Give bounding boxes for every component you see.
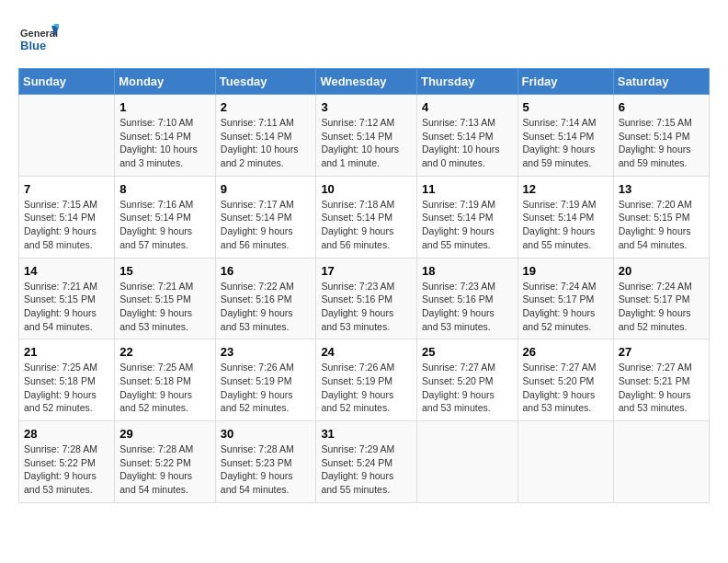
calendar-table: SundayMondayTuesdayWednesdayThursdayFrid… [18, 68, 710, 503]
day-number: 14 [24, 264, 109, 278]
day-info: Sunrise: 7:13 AM Sunset: 5:14 PM Dayligh… [422, 116, 513, 170]
day-number: 30 [221, 427, 312, 441]
day-number: 26 [523, 345, 609, 359]
calendar-cell: 27Sunrise: 7:27 AM Sunset: 5:21 PM Dayli… [613, 339, 709, 421]
calendar-cell: 22Sunrise: 7:25 AM Sunset: 5:18 PM Dayli… [115, 339, 216, 421]
svg-text:General: General [20, 28, 58, 39]
day-number: 24 [321, 345, 412, 359]
calendar-cell: 20Sunrise: 7:24 AM Sunset: 5:17 PM Dayli… [613, 258, 709, 339]
calendar-header-row: SundayMondayTuesdayWednesdayThursdayFrid… [19, 69, 710, 95]
column-header-monday: Monday [115, 69, 216, 95]
day-info: Sunrise: 7:16 AM Sunset: 5:14 PM Dayligh… [119, 198, 210, 252]
calendar-week-row: 1Sunrise: 7:10 AM Sunset: 5:14 PM Daylig… [19, 95, 710, 177]
calendar-week-row: 7Sunrise: 7:15 AM Sunset: 5:14 PM Daylig… [19, 176, 710, 258]
calendar-cell: 4Sunrise: 7:13 AM Sunset: 5:14 PM Daylig… [416, 95, 518, 177]
day-number: 19 [523, 264, 609, 278]
calendar-cell: 14Sunrise: 7:21 AM Sunset: 5:15 PM Dayli… [19, 258, 115, 339]
day-info: Sunrise: 7:18 AM Sunset: 5:14 PM Dayligh… [321, 198, 412, 252]
column-header-saturday: Saturday [613, 69, 709, 95]
day-info: Sunrise: 7:26 AM Sunset: 5:19 PM Dayligh… [221, 361, 312, 415]
day-number: 6 [619, 100, 704, 114]
calendar-cell [19, 95, 115, 177]
column-header-tuesday: Tuesday [215, 69, 316, 95]
day-info: Sunrise: 7:19 AM Sunset: 5:14 PM Dayligh… [523, 198, 609, 252]
calendar-cell: 25Sunrise: 7:27 AM Sunset: 5:20 PM Dayli… [416, 339, 518, 421]
calendar-cell: 13Sunrise: 7:20 AM Sunset: 5:15 PM Dayli… [613, 176, 709, 258]
calendar-cell: 7Sunrise: 7:15 AM Sunset: 5:14 PM Daylig… [19, 176, 115, 258]
day-info: Sunrise: 7:15 AM Sunset: 5:14 PM Dayligh… [24, 198, 109, 252]
calendar-cell: 11Sunrise: 7:19 AM Sunset: 5:14 PM Dayli… [416, 176, 518, 258]
day-number: 18 [422, 264, 513, 278]
column-header-sunday: Sunday [19, 69, 115, 95]
day-info: Sunrise: 7:28 AM Sunset: 5:22 PM Dayligh… [24, 442, 109, 497]
calendar-body: 1Sunrise: 7:10 AM Sunset: 5:14 PM Daylig… [19, 95, 710, 503]
day-info: Sunrise: 7:25 AM Sunset: 5:18 PM Dayligh… [24, 361, 109, 415]
header: General Blue [18, 18, 710, 59]
calendar-cell [613, 421, 709, 503]
day-info: Sunrise: 7:23 AM Sunset: 5:16 PM Dayligh… [321, 280, 412, 334]
calendar-cell: 16Sunrise: 7:22 AM Sunset: 5:16 PM Dayli… [215, 258, 316, 339]
calendar-cell: 21Sunrise: 7:25 AM Sunset: 5:18 PM Dayli… [19, 339, 115, 421]
day-number: 22 [119, 345, 210, 359]
day-number: 15 [119, 264, 210, 278]
calendar-cell: 5Sunrise: 7:14 AM Sunset: 5:14 PM Daylig… [518, 95, 613, 177]
day-info: Sunrise: 7:27 AM Sunset: 5:21 PM Dayligh… [619, 361, 704, 415]
day-info: Sunrise: 7:28 AM Sunset: 5:22 PM Dayligh… [119, 442, 210, 497]
calendar-cell: 8Sunrise: 7:16 AM Sunset: 5:14 PM Daylig… [115, 176, 216, 258]
day-number: 9 [221, 182, 312, 196]
svg-text:Blue: Blue [20, 39, 46, 52]
day-number: 1 [119, 100, 210, 114]
day-info: Sunrise: 7:14 AM Sunset: 5:14 PM Dayligh… [523, 116, 609, 170]
day-number: 13 [619, 182, 704, 196]
day-number: 10 [321, 182, 412, 196]
calendar-cell: 12Sunrise: 7:19 AM Sunset: 5:14 PM Dayli… [518, 176, 613, 258]
day-info: Sunrise: 7:27 AM Sunset: 5:20 PM Dayligh… [523, 361, 609, 415]
logo: General Blue [18, 18, 63, 59]
calendar-cell [416, 421, 518, 503]
day-info: Sunrise: 7:27 AM Sunset: 5:20 PM Dayligh… [422, 361, 513, 415]
day-number: 12 [523, 182, 609, 196]
column-header-friday: Friday [518, 69, 613, 95]
calendar-cell: 26Sunrise: 7:27 AM Sunset: 5:20 PM Dayli… [518, 339, 613, 421]
day-info: Sunrise: 7:24 AM Sunset: 5:17 PM Dayligh… [523, 280, 609, 334]
calendar-cell: 6Sunrise: 7:15 AM Sunset: 5:14 PM Daylig… [613, 95, 709, 177]
day-number: 27 [619, 345, 704, 359]
day-number: 31 [321, 427, 412, 441]
day-number: 8 [119, 182, 210, 196]
calendar-cell: 18Sunrise: 7:23 AM Sunset: 5:16 PM Dayli… [416, 258, 518, 339]
day-info: Sunrise: 7:20 AM Sunset: 5:15 PM Dayligh… [619, 198, 704, 252]
day-number: 21 [24, 345, 109, 359]
calendar-cell: 9Sunrise: 7:17 AM Sunset: 5:14 PM Daylig… [215, 176, 316, 258]
calendar-week-row: 28Sunrise: 7:28 AM Sunset: 5:22 PM Dayli… [19, 421, 710, 503]
calendar-week-row: 21Sunrise: 7:25 AM Sunset: 5:18 PM Dayli… [19, 339, 710, 421]
day-number: 16 [221, 264, 312, 278]
day-info: Sunrise: 7:28 AM Sunset: 5:23 PM Dayligh… [221, 442, 312, 497]
column-header-thursday: Thursday [416, 69, 518, 95]
day-info: Sunrise: 7:10 AM Sunset: 5:14 PM Dayligh… [119, 116, 210, 170]
column-header-wednesday: Wednesday [316, 69, 417, 95]
day-number: 25 [422, 345, 513, 359]
day-number: 3 [321, 100, 412, 114]
calendar-cell: 15Sunrise: 7:21 AM Sunset: 5:15 PM Dayli… [115, 258, 216, 339]
day-info: Sunrise: 7:12 AM Sunset: 5:14 PM Dayligh… [321, 116, 412, 170]
calendar-cell: 17Sunrise: 7:23 AM Sunset: 5:16 PM Dayli… [316, 258, 417, 339]
calendar-cell: 19Sunrise: 7:24 AM Sunset: 5:17 PM Dayli… [518, 258, 613, 339]
day-info: Sunrise: 7:26 AM Sunset: 5:19 PM Dayligh… [321, 361, 412, 415]
day-number: 5 [523, 100, 609, 114]
day-info: Sunrise: 7:17 AM Sunset: 5:14 PM Dayligh… [221, 198, 312, 252]
calendar-cell: 24Sunrise: 7:26 AM Sunset: 5:19 PM Dayli… [316, 339, 417, 421]
day-info: Sunrise: 7:19 AM Sunset: 5:14 PM Dayligh… [422, 198, 513, 252]
day-info: Sunrise: 7:24 AM Sunset: 5:17 PM Dayligh… [619, 280, 704, 334]
day-info: Sunrise: 7:21 AM Sunset: 5:15 PM Dayligh… [24, 280, 109, 334]
calendar-cell: 1Sunrise: 7:10 AM Sunset: 5:14 PM Daylig… [115, 95, 216, 177]
day-info: Sunrise: 7:25 AM Sunset: 5:18 PM Dayligh… [119, 361, 210, 415]
calendar-cell: 3Sunrise: 7:12 AM Sunset: 5:14 PM Daylig… [316, 95, 417, 177]
day-number: 29 [119, 427, 210, 441]
calendar-cell: 10Sunrise: 7:18 AM Sunset: 5:14 PM Dayli… [316, 176, 417, 258]
calendar-cell [518, 421, 613, 503]
day-number: 7 [24, 182, 109, 196]
day-info: Sunrise: 7:11 AM Sunset: 5:14 PM Dayligh… [221, 116, 312, 170]
calendar-cell: 30Sunrise: 7:28 AM Sunset: 5:23 PM Dayli… [215, 421, 316, 503]
calendar-cell: 28Sunrise: 7:28 AM Sunset: 5:22 PM Dayli… [19, 421, 115, 503]
day-info: Sunrise: 7:29 AM Sunset: 5:24 PM Dayligh… [321, 442, 412, 497]
